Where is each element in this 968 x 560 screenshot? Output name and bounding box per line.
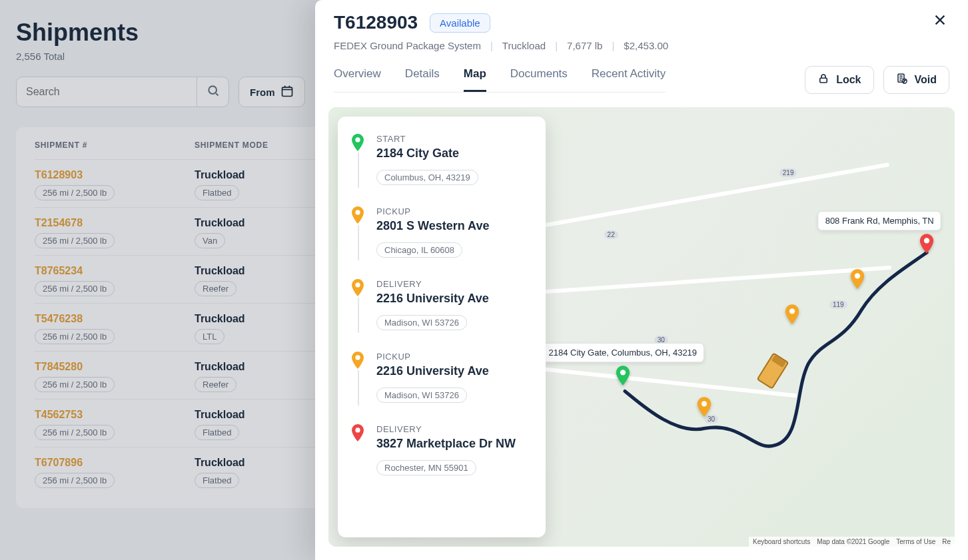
stop-address-line2: Rochester, MN 55901 [376, 460, 476, 475]
void-label: Void [915, 74, 937, 86]
map-keyboard-shortcuts[interactable]: Keyboard shortcuts [753, 538, 810, 545]
tabs: OverviewDetailsMapDocumentsRecent Activi… [334, 67, 666, 93]
map-pin-start[interactable] [616, 366, 630, 388]
svg-point-11 [924, 238, 929, 244]
map-footer: Keyboard shortcuts Map data ©2021 Google… [749, 537, 955, 547]
map-pin-waypoint[interactable] [785, 304, 799, 327]
stop-address-line2: Madison, WI 53726 [376, 388, 467, 403]
svg-point-9 [789, 308, 794, 314]
map-pin-waypoint[interactable] [697, 397, 712, 420]
meta-carrier: FEDEX Ground Package System [334, 40, 481, 51]
stop-type: PICKUP [376, 206, 489, 216]
close-button[interactable] [931, 12, 949, 31]
panel-title: T6128903 [334, 12, 418, 33]
stop-address-line2: Columbus, OH, 43219 [376, 170, 478, 185]
map-area[interactable]: 22 30 219 30 119 2184 City Gate, Columbu… [328, 107, 955, 547]
tab-recent-activity[interactable]: Recent Activity [592, 67, 666, 92]
lock-label: Lock [836, 74, 861, 86]
lock-icon [817, 73, 829, 87]
separator-icon: | [555, 40, 558, 51]
map-pin-end[interactable] [919, 234, 934, 256]
map-report[interactable]: Re [942, 538, 951, 545]
stop-type: START [376, 134, 478, 144]
stop-type: DELIVERY [376, 279, 489, 289]
stop-pin-icon [351, 432, 364, 443]
stop-type: PICKUP [376, 352, 489, 362]
map-tooltip-start: 2184 City Gate, Columbus, OH, 43219 [542, 344, 705, 363]
stop-item: START2184 City GateColumbus, OH, 43219 [351, 134, 531, 206]
status-badge: Available [430, 13, 490, 33]
tab-documents[interactable]: Documents [510, 67, 568, 92]
action-buttons: Lock Void [805, 66, 949, 94]
void-button[interactable]: Void [883, 66, 949, 94]
stops-card: START2184 City GateColumbus, OH, 43219PI… [338, 117, 546, 537]
stop-item: DELIVERY3827 Marketplace Dr NWRochester,… [351, 424, 531, 475]
shipment-detail-panel: T6128903 Available FEDEX Ground Package … [315, 0, 968, 560]
svg-point-15 [355, 355, 360, 360]
meta-cost: $2,453.00 [624, 40, 668, 51]
stop-pin-icon [351, 142, 364, 153]
stop-item: PICKUP2801 S Western AveChicago, IL 6060… [351, 206, 531, 279]
close-icon [933, 13, 947, 30]
stop-address-line1: 2216 University Ave [376, 292, 489, 306]
stop-item: PICKUP2216 University AveMadison, WI 537… [351, 352, 531, 424]
svg-rect-4 [820, 78, 827, 83]
svg-point-13 [355, 210, 360, 214]
tab-details[interactable]: Details [405, 67, 440, 92]
stop-address-line1: 2184 City Gate [376, 146, 478, 160]
meta-mode: Truckload [502, 40, 546, 51]
map-tooltip-end: 808 Frank Rd, Memphis, TN [818, 212, 941, 231]
panel-header: T6128903 Available FEDEX Ground Package … [315, 0, 968, 94]
meta-weight: 7,677 lb [567, 40, 602, 51]
separator-icon: | [490, 40, 493, 51]
lock-button[interactable]: Lock [805, 66, 873, 94]
svg-point-16 [355, 427, 360, 432]
tab-row: OverviewDetailsMapDocumentsRecent Activi… [334, 66, 949, 94]
meta-row: FEDEX Ground Package System | Truckload … [334, 40, 949, 51]
stop-address-line1: 2216 University Ave [376, 364, 489, 378]
map-attribution: Map data ©2021 Google [817, 538, 889, 545]
void-icon [896, 73, 908, 87]
stop-address-line1: 2801 S Western Ave [376, 219, 489, 233]
stop-pin-icon [351, 360, 364, 371]
svg-point-10 [855, 273, 860, 278]
tab-map[interactable]: Map [464, 67, 486, 92]
map-terms[interactable]: Terms of Use [896, 538, 935, 545]
separator-icon: | [612, 40, 614, 51]
stop-address-line2: Madison, WI 53726 [376, 315, 467, 330]
stop-pin-icon [351, 214, 364, 226]
svg-point-12 [355, 137, 360, 142]
svg-point-8 [702, 401, 707, 406]
stop-item: DELIVERY2216 University AveMadison, WI 5… [351, 279, 531, 352]
stop-pin-icon [351, 287, 364, 298]
tab-overview[interactable]: Overview [334, 67, 381, 92]
stop-address-line2: Chicago, IL 60608 [376, 242, 462, 258]
stop-address-line1: 3827 Marketplace Dr NW [376, 437, 516, 451]
stop-type: DELIVERY [376, 424, 516, 434]
svg-point-14 [355, 282, 360, 287]
map-pin-waypoint[interactable] [850, 269, 865, 292]
svg-point-7 [620, 370, 626, 376]
